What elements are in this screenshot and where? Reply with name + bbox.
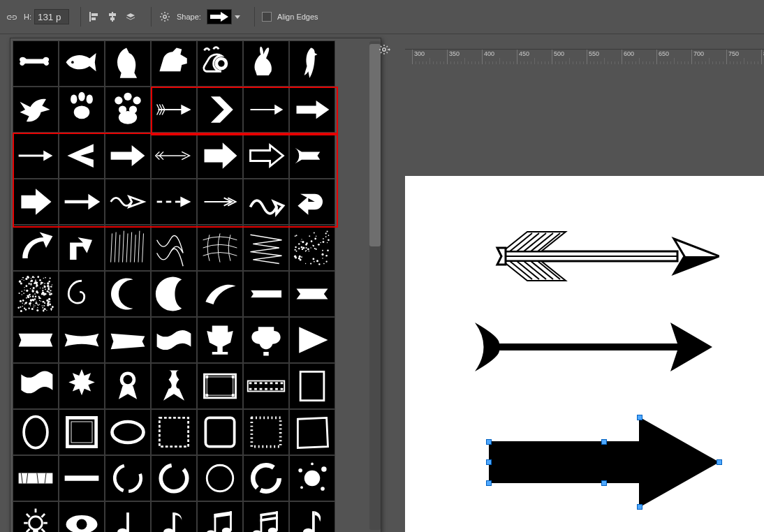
shape-filmstrip-1[interactable] — [197, 363, 243, 409]
shape-scribble-1[interactable] — [151, 225, 197, 271]
shape-banner-2[interactable] — [289, 271, 335, 317]
shape-note-beam-1[interactable] — [197, 501, 243, 532]
shape-rabbit[interactable] — [243, 40, 289, 87]
selection-handle[interactable] — [486, 459, 492, 465]
shape-cat[interactable] — [105, 40, 151, 87]
shape-splatter[interactable] — [289, 455, 335, 501]
shape-note-3[interactable] — [289, 501, 335, 532]
shape-dropdown-arrow-icon[interactable] — [233, 9, 242, 24]
shape-bone[interactable] — [13, 40, 59, 87]
shape-banner-1[interactable] — [243, 271, 289, 317]
shape-pawprint-1[interactable] — [59, 87, 105, 133]
shape-dots[interactable] — [289, 225, 335, 271]
shape-scribble-2[interactable] — [243, 225, 289, 271]
selection-handle[interactable] — [601, 480, 607, 486]
shape-grunge-1[interactable] — [13, 455, 59, 501]
shape-arrow-solid[interactable] — [105, 133, 151, 179]
shape-circle-brush-2[interactable] — [151, 455, 197, 501]
canvas-shape-arrow-feather[interactable] — [475, 225, 719, 288]
shape-frame-rough[interactable] — [289, 409, 335, 455]
shape-arrow-thin[interactable] — [243, 87, 289, 133]
shape-swirl[interactable] — [59, 271, 105, 317]
shape-dove[interactable] — [13, 87, 59, 133]
shape-arrow-head[interactable] — [59, 133, 105, 179]
shape-circle-brush-1[interactable] — [105, 455, 151, 501]
shape-starburst[interactable] — [59, 363, 105, 409]
shape-arrow-dash[interactable] — [151, 179, 197, 225]
shape-note-beam-2[interactable] — [243, 501, 289, 532]
shape-arrow-snake[interactable] — [243, 179, 289, 225]
shape-frame-scallop[interactable] — [197, 409, 243, 455]
shape-arrow-chevron[interactable] — [197, 87, 243, 133]
selection-handle[interactable] — [637, 504, 642, 510]
selection-handle[interactable] — [486, 439, 492, 445]
shape-note-2[interactable] — [151, 501, 197, 532]
selection-handle[interactable] — [717, 459, 722, 465]
shape-dots-dense[interactable] — [13, 271, 59, 317]
shape-frame-stamp[interactable] — [151, 409, 197, 455]
selection-handle[interactable] — [601, 439, 607, 445]
align-center-icon[interactable] — [105, 9, 120, 24]
shape-arrow-feather-2[interactable] — [197, 179, 243, 225]
selection-handle[interactable] — [637, 415, 642, 420]
shape-mesh[interactable] — [197, 225, 243, 271]
shape-circle-brush-4[interactable] — [243, 455, 289, 501]
canvas-document[interactable] — [405, 176, 764, 532]
shape-banner-3[interactable] — [13, 317, 59, 363]
shape-crescent-2[interactable] — [151, 271, 197, 317]
shape-arrow-double-feather[interactable] — [151, 133, 197, 179]
shape-grunge-2[interactable] — [59, 455, 105, 501]
shape-arrow-fat[interactable] — [289, 87, 335, 133]
shape-arrow-wavy[interactable] — [105, 179, 151, 225]
height-input[interactable] — [34, 9, 69, 24]
shape-crescent-1[interactable] — [105, 271, 151, 317]
shape-frame-oval[interactable] — [13, 409, 59, 455]
canvas-shape-arrow-tail[interactable] — [475, 316, 712, 378]
shape-curve-arrow-1[interactable] — [13, 225, 59, 271]
shape-grass-1[interactable] — [105, 225, 151, 271]
picker-scrollbar[interactable] — [369, 41, 381, 530]
shape-frame-scallop-2[interactable] — [243, 409, 289, 455]
shape-banner-wave[interactable] — [151, 317, 197, 363]
shape-snail[interactable] — [197, 40, 243, 87]
shape-frame-square[interactable] — [59, 409, 105, 455]
shape-swoosh[interactable] — [197, 271, 243, 317]
shape-arrow-outline[interactable] — [243, 133, 289, 179]
shape-note-1[interactable] — [105, 501, 151, 532]
gear-icon[interactable] — [157, 9, 172, 24]
align-edges-checkbox[interactable] — [262, 12, 272, 22]
shape-swatch[interactable] — [207, 9, 232, 24]
shape-circle-brush-3[interactable] — [197, 455, 243, 501]
shape-trophy-banner[interactable] — [197, 317, 243, 363]
shape-pawprint-2[interactable] — [105, 87, 151, 133]
picker-scrollbar-thumb[interactable] — [369, 44, 381, 246]
shape-trophy[interactable] — [243, 317, 289, 363]
shape-arrow-line[interactable] — [13, 133, 59, 179]
shape-pennant[interactable] — [289, 317, 335, 363]
shape-flag-wave[interactable] — [13, 363, 59, 409]
shape-curve-arrow-2[interactable] — [59, 225, 105, 271]
shape-banner-4[interactable] — [59, 317, 105, 363]
canvas-shape-arrow-block[interactable] — [485, 413, 723, 511]
align-left-icon[interactable] — [87, 9, 102, 24]
shape-banner-5[interactable] — [105, 317, 151, 363]
shape-bird[interactable] — [289, 40, 335, 87]
shape-arrow-uturn[interactable] — [289, 179, 335, 225]
arrange-icon[interactable] — [123, 9, 138, 24]
shape-lightbulb[interactable] — [13, 501, 59, 532]
shape-arrow-block[interactable] — [197, 133, 243, 179]
shape-arrow-feather[interactable] — [151, 87, 197, 133]
shape-dog[interactable] — [151, 40, 197, 87]
shape-frame-oval-2[interactable] — [105, 409, 151, 455]
shape-eye[interactable] — [59, 501, 105, 532]
shape-arrow-block-short[interactable] — [13, 179, 59, 225]
shape-arrow-line-2[interactable] — [59, 179, 105, 225]
shape-fish[interactable] — [59, 40, 105, 87]
link-dimensions-icon[interactable] — [4, 9, 20, 24]
shape-arrow-tail[interactable] — [289, 133, 335, 179]
shape-ribbon-award[interactable] — [105, 363, 151, 409]
shape-filmstrip-2[interactable] — [243, 363, 289, 409]
selection-handle[interactable] — [486, 480, 492, 486]
shape-frame-thin[interactable] — [289, 363, 335, 409]
picker-flyout-gear-icon[interactable] — [377, 42, 392, 57]
